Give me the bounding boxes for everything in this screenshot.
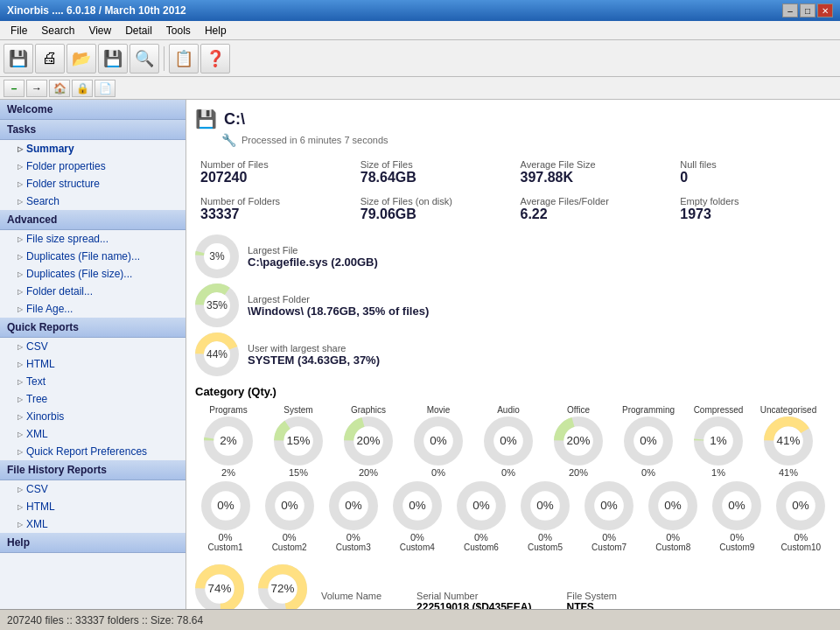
category-item-custom5: 0% 0% Custom5 xyxy=(514,481,575,554)
nav-home[interactable]: 🏠 xyxy=(49,80,70,97)
category-item-programming: Programming 0% 0% xyxy=(615,405,682,478)
search-button[interactable]: 🔍 xyxy=(130,44,159,74)
volume-fs-label: File System xyxy=(567,591,617,601)
category-item-custom7: 0% 0% Custom7 xyxy=(579,481,640,554)
sidebar-tasks-header: Tasks xyxy=(0,120,186,140)
svg-text:0%: 0% xyxy=(409,499,425,512)
category-pie: 0% xyxy=(265,481,314,530)
svg-text:1%: 1% xyxy=(710,434,726,447)
close-button[interactable]: ✕ xyxy=(817,4,833,18)
volume-fs-section: File System NTFS xyxy=(567,591,617,609)
volume-serial-value: 222519018 ($D435EEA) xyxy=(416,601,531,609)
nav-green-minus[interactable]: – xyxy=(4,80,24,97)
largest-folder-row: 35% Largest Folder \Windows\ (18.76GB, 3… xyxy=(195,284,831,327)
svg-text:0%: 0% xyxy=(536,499,553,512)
nav-lock[interactable]: 🔒 xyxy=(72,80,93,97)
largest-folder-info: Largest Folder \Windows\ (18.76GB, 35% o… xyxy=(248,294,831,318)
category-pie: 0% xyxy=(329,481,378,530)
svg-text:0%: 0% xyxy=(217,499,234,512)
toolbar-separator xyxy=(164,46,164,71)
sidebar-item-fhr-xml[interactable]: XML xyxy=(0,515,186,533)
category-item-movie: Movie 0% 0% xyxy=(405,405,472,478)
menu-detail[interactable]: Detail xyxy=(118,23,159,38)
category-item-office: Office 20% 20% xyxy=(545,405,612,478)
maximize-button[interactable]: □ xyxy=(800,4,816,18)
category-item-custom3: 0% 0% Custom3 xyxy=(323,481,383,554)
svg-text:3%: 3% xyxy=(209,250,225,262)
sidebar-item-fhr-csv[interactable]: CSV xyxy=(0,480,186,498)
sidebar-advanced-header: Advanced xyxy=(0,210,186,230)
save-button[interactable]: 💾 xyxy=(4,44,33,74)
sidebar-fhr-header: File History Reports xyxy=(0,460,186,480)
current-path: C:\ xyxy=(224,110,245,129)
menu-file[interactable]: File xyxy=(4,23,34,38)
stats-grid: Number of Files 207240 Size of Files 78.… xyxy=(195,156,831,226)
sidebar: Welcome Tasks Summary Folder properties … xyxy=(0,100,186,609)
volume-name-label: Volume Name xyxy=(321,591,382,601)
svg-text:0%: 0% xyxy=(345,499,361,512)
category-pie: 0% xyxy=(201,481,250,530)
save2-button[interactable]: 💾 xyxy=(98,44,128,74)
largest-user-pie: 44% xyxy=(195,332,239,376)
svg-text:74%: 74% xyxy=(208,582,232,595)
sidebar-item-dup-size[interactable]: Duplicates (File size)... xyxy=(0,265,186,283)
volume-fs-value: NTFS xyxy=(567,601,617,609)
svg-text:0%: 0% xyxy=(500,434,516,447)
sidebar-item-fhr-html[interactable]: HTML xyxy=(0,498,186,515)
svg-text:0%: 0% xyxy=(472,499,489,512)
svg-text:72%: 72% xyxy=(271,582,295,595)
stat-empty-folders: Empty folders 1973 xyxy=(675,192,831,226)
category-pie: 2% xyxy=(204,416,253,466)
category-pie: 0% xyxy=(624,416,673,466)
category-item-custom2: 0% 0% Custom2 xyxy=(259,481,319,554)
menu-search[interactable]: Search xyxy=(34,23,81,38)
sidebar-item-qr-tree[interactable]: Tree xyxy=(0,390,186,408)
category-item-compressed: Compressed 1% 1% xyxy=(685,405,752,478)
category-row-1: Programs 2% 2%System 15% 15%Graphics 20%… xyxy=(195,405,831,478)
menu-tools[interactable]: Tools xyxy=(159,23,198,38)
category-item-custom10: 0% 0% Custom10 xyxy=(771,481,831,554)
largest-folder-pie: 35% xyxy=(195,284,239,327)
sidebar-item-qr-xml[interactable]: XML xyxy=(0,425,186,443)
process-time: Processed in 6 minutes 7 seconds xyxy=(242,135,388,145)
category-item-custom6: 0% 0% Custom6 xyxy=(451,481,511,554)
category-pie: 0% xyxy=(414,416,463,466)
sidebar-item-qr-csv[interactable]: CSV xyxy=(0,338,186,355)
title-bar: Xinorbis .... 6.0.18 / March 10th 2012 –… xyxy=(0,0,840,21)
category-item-audio: Audio 0% 0% xyxy=(475,405,542,478)
menu-view[interactable]: View xyxy=(81,23,118,38)
svg-text:35%: 35% xyxy=(206,299,228,312)
menu-help[interactable]: Help xyxy=(198,23,234,38)
nav-doc[interactable]: 📄 xyxy=(94,80,116,97)
category-pie: 20% xyxy=(554,416,603,466)
sidebar-item-file-size-spread[interactable]: File size spread... xyxy=(0,230,186,248)
sidebar-item-folder-detail[interactable]: Folder detail... xyxy=(0,283,186,300)
sidebar-item-file-age[interactable]: File Age... xyxy=(0,300,186,318)
sidebar-item-qr-text[interactable]: Text xyxy=(0,373,186,390)
svg-text:0%: 0% xyxy=(600,499,617,512)
sidebar-item-folder-properties[interactable]: Folder properties xyxy=(0,158,186,175)
sidebar-item-summary[interactable]: Summary xyxy=(0,140,186,158)
sidebar-item-search[interactable]: Search xyxy=(0,192,186,210)
nav-arrow[interactable]: → xyxy=(26,80,47,97)
sidebar-item-qr-prefs[interactable]: Quick Report Preferences xyxy=(0,443,186,460)
volume-serial-label: Serial Number xyxy=(416,591,531,601)
minimize-button[interactable]: – xyxy=(782,4,798,18)
sidebar-item-folder-structure[interactable]: Folder structure xyxy=(0,175,186,192)
largest-section: 3% Largest File C:\pagefile.sys (2.00GB)… xyxy=(195,234,831,376)
category-title: Category (Qty.) xyxy=(195,385,831,398)
open-button[interactable]: 📂 xyxy=(66,44,96,74)
sidebar-item-qr-html[interactable]: HTML xyxy=(0,355,186,373)
category-pie: 20% xyxy=(344,416,393,466)
window-controls: – □ ✕ xyxy=(782,4,833,18)
sidebar-item-dup-name[interactable]: Duplicates (File name)... xyxy=(0,248,186,265)
print-button[interactable]: 🖨 xyxy=(35,44,65,74)
svg-text:20%: 20% xyxy=(357,434,381,447)
help-button[interactable]: ❓ xyxy=(200,44,230,74)
category-row-2: 0% 0% Custom1 0% 0% Custom2 0% 0% Custom… xyxy=(195,481,831,554)
sidebar-item-qr-xinorbis[interactable]: Xinorbis xyxy=(0,408,186,425)
report-button[interactable]: 📋 xyxy=(169,44,199,74)
largest-user-info: User with largest share SYSTEM (34.63GB,… xyxy=(248,343,831,367)
svg-text:44%: 44% xyxy=(206,348,228,360)
stat-avg-folder: Average Files/Folder 6.22 xyxy=(515,192,672,226)
